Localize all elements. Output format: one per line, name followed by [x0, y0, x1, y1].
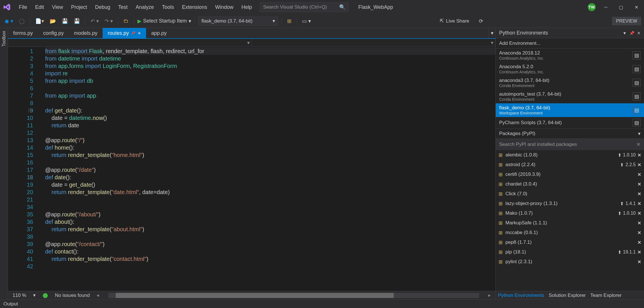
toolbox-tab[interactable]: Toolbox: [0, 28, 8, 299]
search-box[interactable]: 🔍: [260, 2, 349, 12]
nav-fwd-icon[interactable]: ◯: [17, 17, 26, 25]
open-interactive-icon[interactable]: ▤: [633, 106, 641, 114]
remove-icon[interactable]: ✕: [637, 220, 641, 226]
config-dropdown[interactable]: flask_demo (3.7, 64-bit) ▾: [198, 17, 278, 26]
redo-icon[interactable]: ↷ ▾: [103, 17, 115, 25]
package-item[interactable]: ⊞Click (7.0)✕: [496, 189, 644, 199]
zoom-level[interactable]: 110 %: [13, 293, 26, 298]
tab-forms-py[interactable]: forms.py: [8, 28, 38, 38]
env-item[interactable]: autoimports_test (3.7, 64-bit)Conda Envi…: [496, 90, 644, 103]
package-item[interactable]: ⊞mccabe (0.6.1)✕: [496, 228, 644, 237]
package-search[interactable]: ✕: [496, 139, 644, 150]
package-item[interactable]: ⊞astroid (2.2.4)⬆2.2.5✕: [496, 160, 644, 170]
package-item[interactable]: ⊞Mako (1.0.7)⬆1.0.10✕: [496, 208, 644, 218]
window-layout-icon[interactable]: ▭ ▾: [300, 17, 313, 25]
footer-tab[interactable]: Python Environments: [498, 293, 544, 298]
package-item[interactable]: ⊞alembic (1.0.8)⬆1.0.10✕: [496, 150, 644, 160]
close-button[interactable]: ✕: [632, 3, 641, 11]
env-item[interactable]: PyCharm Scripts (3.7, 64-bit)▤: [496, 117, 644, 128]
open-interactive-icon[interactable]: ▤: [633, 119, 641, 127]
env-item[interactable]: Anaconda 2018.12Continuum Analytics, Inc…: [496, 49, 644, 62]
live-share-button[interactable]: ⇱ Live Share: [440, 18, 469, 24]
user-avatar[interactable]: TW: [588, 3, 596, 11]
start-button[interactable]: ▶ Select Startup Item ▾: [137, 18, 191, 24]
folder-icon[interactable]: 🗀: [122, 17, 130, 25]
new-item-icon[interactable]: 📄▾: [33, 17, 46, 25]
remove-icon[interactable]: ✕: [637, 191, 641, 197]
tab-routes-py[interactable]: routes.py 📌 ✕: [103, 28, 146, 38]
footer-tab[interactable]: Team Explorer: [590, 293, 622, 298]
remove-icon[interactable]: ✕: [637, 230, 641, 235]
code-text[interactable]: from flask import Flask, render_template…: [39, 47, 495, 291]
h-scrollbar[interactable]: [108, 293, 479, 298]
update-icon[interactable]: ⬆: [618, 211, 621, 216]
save-all-icon[interactable]: 💾: [72, 17, 82, 25]
package-item[interactable]: ⊞lazy-object-proxy (1.3.1)⬆1.4.1✕: [496, 199, 644, 208]
menu-project[interactable]: Project: [67, 2, 91, 12]
remove-icon[interactable]: ✕: [637, 201, 641, 206]
tab-models-py[interactable]: models.py: [69, 28, 103, 38]
close-icon[interactable]: ✕: [637, 31, 641, 35]
pin-icon[interactable]: 📌: [629, 31, 634, 35]
search-input[interactable]: [263, 4, 339, 10]
close-icon[interactable]: ✕: [138, 31, 141, 35]
update-icon[interactable]: ⬆: [618, 249, 621, 255]
menu-tools[interactable]: Tools: [158, 2, 178, 12]
tab-config-py[interactable]: config.py: [38, 28, 69, 38]
remove-icon[interactable]: ✕: [637, 259, 641, 265]
tab-app-py[interactable]: app.py: [146, 28, 172, 38]
nav-back-icon[interactable]: ◉ ▾: [3, 17, 15, 25]
remove-icon[interactable]: ✕: [637, 182, 641, 187]
update-icon[interactable]: ⬆: [618, 152, 621, 158]
update-icon[interactable]: ⬆: [620, 201, 624, 206]
code-editor[interactable]: 123456789−101112131415161718−19202134353…: [8, 47, 495, 291]
remove-icon[interactable]: ✕: [637, 249, 641, 255]
remove-icon[interactable]: ✕: [637, 240, 641, 245]
footer-tab[interactable]: Solution Explorer: [549, 293, 586, 298]
package-item[interactable]: ⊞pip (18.1)⬆19.1.1✕: [496, 247, 644, 257]
context-member[interactable]: ▾: [252, 39, 495, 47]
packages-dropdown[interactable]: Packages (PyPI) ▾: [496, 128, 644, 139]
dropdown-icon[interactable]: ▼: [623, 31, 627, 35]
pin-icon[interactable]: 📌: [131, 31, 135, 35]
menu-extensions[interactable]: Extensions: [178, 2, 211, 12]
context-scope[interactable]: ▾: [8, 39, 252, 47]
dropdown-icon[interactable]: ▾: [33, 292, 36, 298]
env-item[interactable]: Anaconda 5.2.0Continuum Analytics, Inc.▤: [496, 62, 644, 76]
remove-icon[interactable]: ✕: [637, 172, 641, 177]
update-icon[interactable]: ⬆: [620, 162, 624, 168]
menu-debug[interactable]: Debug: [91, 2, 114, 12]
output-panel-tab[interactable]: Output: [0, 299, 644, 308]
package-item[interactable]: ⊞MarkupSafe (1.1.1)✕: [496, 218, 644, 228]
package-item[interactable]: ⊞certifi (2019.3.9)✕: [496, 170, 644, 179]
package-item[interactable]: ⊞pylint (2.3.1)✕: [496, 257, 644, 267]
minimize-button[interactable]: ─: [601, 3, 610, 11]
env-item[interactable]: flask_demo (3.7, 64-bit)Workspace Enviro…: [496, 103, 644, 117]
package-search-input[interactable]: [499, 142, 636, 147]
package-item[interactable]: ⊞pep8 (1.7.1)✕: [496, 237, 644, 247]
open-icon[interactable]: 📂: [48, 17, 58, 25]
menu-edit[interactable]: Edit: [31, 2, 48, 12]
menu-test[interactable]: Test: [114, 2, 132, 12]
menu-analyze[interactable]: Analyze: [132, 2, 158, 12]
open-interactive-icon[interactable]: ▤: [633, 79, 641, 87]
open-interactive-icon[interactable]: ▤: [633, 92, 641, 100]
remove-icon[interactable]: ✕: [637, 211, 641, 216]
package-item[interactable]: ⊞chardet (3.0.4)✕: [496, 179, 644, 189]
open-interactive-icon[interactable]: ▤: [633, 51, 641, 59]
menu-window[interactable]: Window: [211, 2, 237, 12]
feedback-icon[interactable]: ⟳: [477, 17, 485, 25]
remove-icon[interactable]: ✕: [637, 152, 641, 158]
tab-overflow[interactable]: ▾: [489, 28, 495, 38]
undo-icon[interactable]: ↶ ▾: [89, 17, 101, 25]
package-icon[interactable]: ⊞: [285, 17, 293, 25]
maximize-button[interactable]: ▢: [616, 3, 626, 11]
menu-view[interactable]: View: [48, 2, 67, 12]
clear-icon[interactable]: ✕: [636, 141, 641, 148]
remove-icon[interactable]: ✕: [637, 162, 641, 168]
menu-file[interactable]: File: [15, 2, 31, 12]
add-environment-button[interactable]: Add Environment...: [496, 38, 644, 49]
preview-button[interactable]: PREVIEW: [612, 17, 641, 25]
save-icon[interactable]: 💾: [60, 17, 70, 25]
open-interactive-icon[interactable]: ▤: [633, 65, 641, 73]
